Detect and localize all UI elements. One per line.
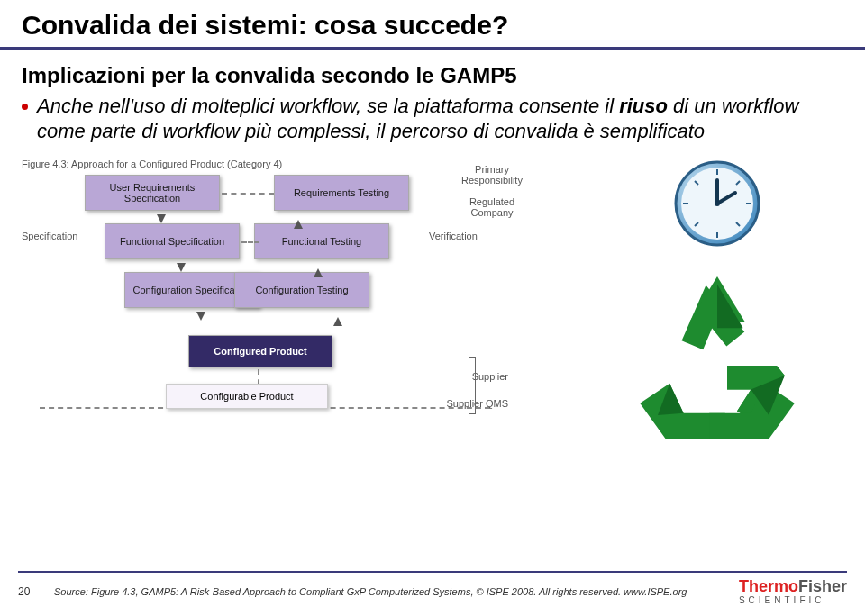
title-underline [0, 47, 865, 50]
dashed-link [241, 241, 260, 243]
label-supplier-qms: Supplier QMS [447, 398, 508, 409]
arrow-up-icon [294, 220, 303, 229]
label-verification: Verification [429, 231, 478, 241]
recycle-icon [618, 267, 816, 465]
dashed-link [222, 193, 274, 195]
v-shape: Specification Verification User Requirem… [22, 175, 508, 445]
box-functional-testing: Functional Testing [254, 223, 389, 259]
source-citation: Source: Figure 4.3, GAMP5: A Risk-Based … [54, 586, 724, 597]
arrow-up-icon [333, 317, 342, 326]
slide-subtitle: Implicazioni per la convalida secondo le… [0, 63, 865, 94]
supplier-area: Configurable Product Supplier Supplier Q… [85, 355, 463, 414]
logo-text-fisher: Fisher [798, 577, 847, 595]
box-user-requirements-spec: User Requirements Specification [85, 175, 220, 211]
logo-text-thermo: Thermo [739, 577, 798, 595]
bullet-item: Anche nell'uso di molteplici workflow, s… [22, 94, 843, 144]
left-column: User Requirements Specification Function… [85, 175, 260, 308]
thermofisher-logo: ThermoFisher SCIENTIFIC [739, 578, 847, 605]
label-specification: Specification [22, 231, 77, 241]
logo-text-scientific: SCIENTIFIC [739, 596, 825, 605]
arrow-down-icon [196, 312, 205, 321]
clock-icon [672, 159, 762, 249]
v-model-diagram: Figure 4.3: Approach for a Configured Pr… [22, 159, 526, 510]
bullet-dot-icon [22, 104, 28, 110]
footer-rule [18, 571, 847, 573]
bullet-list: Anche nell'uso di molteplici workflow, s… [0, 94, 865, 144]
bullet-text: Anche nell'uso di molteplici workflow, s… [37, 94, 843, 144]
arrow-up-icon [314, 268, 323, 277]
right-column-graphics [591, 159, 843, 465]
right-column: Requirements Testing Functional Testing … [283, 175, 409, 308]
box-configurable-product: Configurable Product [166, 384, 328, 409]
bullet-text-pre: Anche nell'uso di molteplici workflow, s… [37, 95, 619, 117]
slide-number: 20 [18, 585, 40, 598]
footer: 20 Source: Figure 4.3, GAMP5: A Risk-Bas… [0, 571, 865, 605]
bullet-text-bold: riuso [619, 95, 668, 117]
figure-caption: Figure 4.3: Approach for a Configured Pr… [22, 159, 526, 169]
box-functional-spec: Functional Specification [105, 223, 240, 259]
arrow-down-icon [177, 263, 186, 272]
bracket-icon [469, 357, 476, 414]
svg-point-12 [715, 201, 720, 206]
box-configuration-testing: Configuration Testing [234, 272, 369, 308]
label-supplier: Supplier [472, 371, 508, 382]
content-row: Figure 4.3: Approach for a Configured Pr… [0, 144, 865, 510]
slide-title: Convalida dei sistemi: cosa succede? [0, 0, 865, 47]
box-requirements-testing: Requirements Testing [274, 175, 409, 211]
arrow-down-icon [157, 214, 166, 223]
